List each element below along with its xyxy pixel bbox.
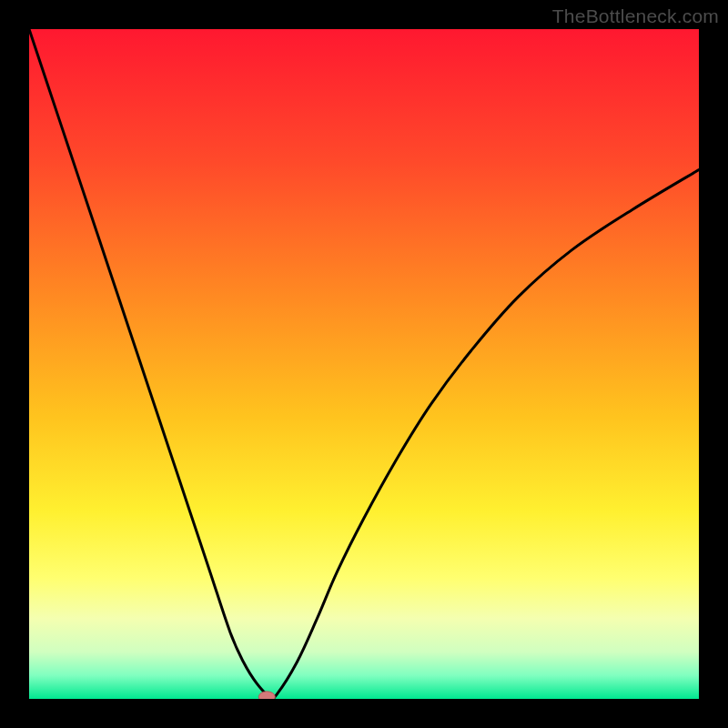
chart-frame: TheBottleneck.com: [0, 0, 728, 728]
optimal-point-marker: [258, 692, 275, 699]
gradient-background: [29, 29, 699, 699]
chart-svg: [29, 29, 699, 699]
plot-area: [29, 29, 699, 699]
watermark-text: TheBottleneck.com: [552, 5, 719, 27]
